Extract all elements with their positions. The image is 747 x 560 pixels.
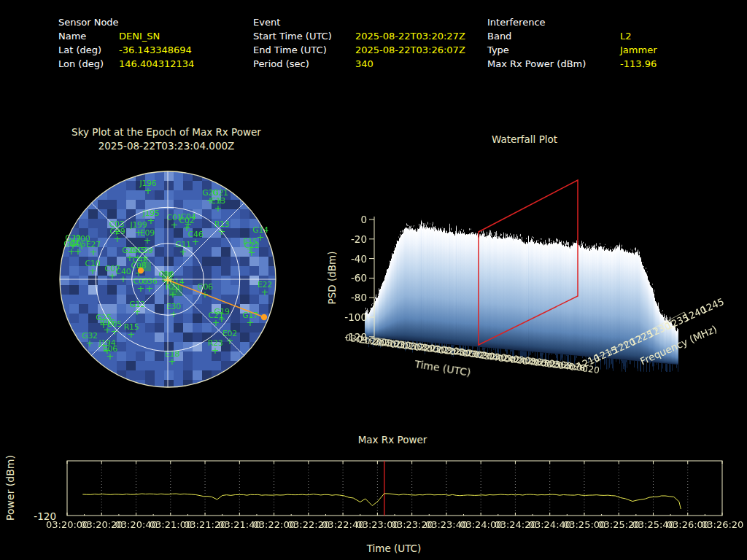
waterfall-title: Waterfall Plot (452, 133, 597, 147)
satellite-marker-C21: + (212, 317, 220, 328)
satellite-marker-E02: + (226, 335, 234, 346)
satellite-marker-E22: + (261, 287, 269, 298)
interference-band-label: Band (487, 29, 620, 43)
sensor-name-value: DENI_SN (119, 31, 160, 42)
event-title: Event (253, 15, 465, 29)
satellite-marker-E06: + (107, 351, 115, 362)
bottom-plot-border (67, 461, 722, 516)
interference-title: Interference (487, 15, 657, 29)
power-chart-ylabel: Power (dBm) (4, 451, 16, 524)
satellite-marker-E30: + (170, 308, 178, 319)
event-period-row: Period (sec)340 (253, 57, 465, 71)
interference-band-row: BandL2 (487, 29, 657, 43)
sensor-node-panel: Sensor Node NameDENI_SN Lat (deg)-36.143… (58, 15, 194, 71)
event-end-label: End Time (UTC) (253, 43, 355, 57)
psd-tick-label: -20 (339, 233, 367, 245)
satellite-marker-J196: + (144, 185, 152, 196)
satellite-marker-J195: + (147, 215, 155, 226)
waterfall-zlabel: PSD (dBm) (326, 249, 338, 307)
power-series-line (82, 494, 681, 509)
psd-tick-label: -60 (339, 272, 367, 284)
psd-tick-label: -40 (339, 253, 367, 265)
satellite-marker-E13: + (214, 203, 222, 214)
satellite-marker-E09: + (144, 235, 152, 246)
power-chart-xlabel: Time (UTC) (343, 542, 445, 554)
satellite-marker-G05: + (74, 246, 82, 257)
interference-band-value: L2 (620, 31, 632, 42)
sky-satellite-layer: J196+G20+G21+E13+J195+C01+C04+C02+C03+J1… (60, 171, 276, 387)
satellite-marker-C36: + (146, 283, 154, 294)
sensor-lat-label: Lat (deg) (58, 43, 119, 57)
interference-power-row: Max Rx Power (dBm)-113.96 (487, 57, 657, 71)
event-period-value: 340 (355, 58, 374, 69)
freq-tick-label: 1245 (699, 296, 725, 316)
sky-plot-title-line1: Sky Plot at the Epoch of Max Rx Power (44, 125, 289, 139)
satellite-marker-C40: + (120, 273, 128, 284)
satellite-marker-R21: + (169, 289, 177, 300)
event-end-value: 2025-08-22T03:26:07Z (355, 44, 465, 55)
event-start-row: Start Time (UTC)2025-08-22T03:20:27Z (253, 29, 465, 43)
interference-type-row: TypeJammer (487, 43, 657, 57)
sensor-lon-value: 146.404312134 (119, 58, 194, 69)
satellite-marker-C22: + (248, 247, 256, 258)
interference-type-label: Type (487, 43, 620, 57)
event-start-value: 2025-08-22T03:20:27Z (355, 31, 465, 42)
psd-tick-label: -80 (339, 292, 367, 303)
satellite-marker-E05: + (111, 326, 119, 337)
satellite-marker-E18: + (169, 356, 177, 367)
sensor-lat-value: -36.143348694 (119, 44, 192, 55)
satellite-marker-G17: + (247, 317, 255, 328)
sensor-node-title: Sensor Node (58, 15, 194, 29)
satellite-marker-E27: + (90, 246, 98, 257)
satellite-marker-C29: + (114, 233, 122, 244)
satellite-marker-G11: + (179, 246, 187, 257)
interference-panel: Interference BandL2 TypeJammer Max Rx Po… (487, 15, 657, 71)
satellite-marker-G12: + (133, 306, 142, 317)
interference-power-value: -113.96 (620, 58, 657, 69)
sky-plot-title: Sky Plot at the Epoch of Max Rx Power 20… (44, 125, 289, 153)
sensor-name-row: NameDENI_SN (58, 29, 194, 43)
sensor-lon-label: Lon (deg) (58, 57, 119, 71)
satellite-marker-G06: + (201, 289, 209, 300)
satellite-marker-R23: + (212, 345, 220, 356)
sensor-lat-row: Lat (deg)-36.143348694 (58, 43, 194, 57)
app-root: { "colors": { "background": "#000000", "… (0, 0, 747, 560)
bottom-time-tick-label: 03:26:20 (701, 519, 743, 530)
sky-plot-title-line2: 2025-08-22T03:23:04.000Z (44, 139, 289, 153)
satellite-marker-R13: + (218, 226, 226, 237)
satellite-marker-R15: + (128, 329, 136, 340)
sensor-name-label: Name (58, 29, 119, 43)
satellite-marker-C01: + (171, 219, 179, 230)
event-end-row: End Time (UTC)2025-08-22T03:26:07Z (253, 43, 465, 57)
satellite-marker-C10: + (89, 265, 97, 276)
psd-tick-label: -100 (339, 311, 367, 323)
event-panel: Event Start Time (UTC)2025-08-22T03:20:2… (253, 15, 465, 71)
interference-type-value: Jammer (620, 44, 657, 55)
sensor-lon-row: Lon (deg)146.404312134 (58, 57, 194, 71)
satellite-marker-G32: + (86, 338, 94, 349)
satellite-marker-C46: + (192, 236, 200, 247)
event-period-label: Period (sec) (253, 57, 355, 71)
interference-power-label: Max Rx Power (dBm) (487, 57, 620, 71)
power-chart-title: Max Rx Power (320, 433, 465, 447)
event-start-label: Start Time (UTC) (253, 29, 355, 43)
psd-tick-label: 0 (339, 214, 367, 225)
